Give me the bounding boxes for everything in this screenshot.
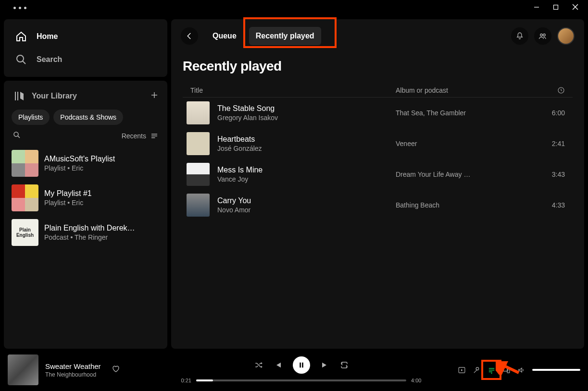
search-icon [13, 131, 21, 139]
track-row[interactable]: The Stable Song Gregory Alan Isakov That… [183, 98, 573, 128]
library-item-name: AMusicSoft's Playlist [44, 155, 115, 163]
track-album: Dream Your Life Away … [396, 171, 540, 178]
heart-icon [112, 365, 120, 373]
next-button[interactable] [321, 361, 329, 369]
mic-icon [473, 366, 481, 374]
svg-point-8 [14, 132, 18, 136]
track-duration: 2:41 [540, 140, 569, 147]
svg-point-14 [543, 34, 546, 37]
profile-avatar[interactable] [557, 27, 575, 45]
track-duration: 4:33 [540, 201, 569, 209]
friends-button[interactable] [534, 27, 551, 45]
column-title: Title [187, 86, 396, 94]
people-icon [538, 32, 547, 40]
volume-slider[interactable] [532, 369, 580, 371]
track-artist: Novo Amor [217, 206, 396, 214]
track-art [187, 163, 210, 186]
track-artist: José González [217, 145, 396, 152]
volume-button[interactable] [517, 366, 525, 374]
now-playing-art[interactable] [8, 354, 38, 385]
nav-search-label: Search [37, 55, 62, 64]
tab-queue[interactable]: Queue [206, 27, 243, 45]
previous-button[interactable] [274, 361, 282, 369]
track-album: Veneer [396, 140, 540, 147]
track-name: Heartbeats [217, 135, 396, 144]
column-duration [540, 86, 569, 94]
maximize-button[interactable] [553, 3, 559, 12]
track-art [187, 194, 210, 217]
playlist-art [12, 150, 38, 177]
table-header: Title Album or podcast [183, 84, 573, 98]
tab-recently-played[interactable]: Recently played [249, 27, 321, 45]
play-pause-button[interactable] [293, 356, 310, 374]
library-search-button[interactable] [13, 131, 21, 141]
progress-bar[interactable] [196, 379, 406, 381]
total-time: 4:00 [411, 378, 421, 383]
svg-rect-17 [302, 363, 303, 368]
shuffle-icon [254, 361, 263, 369]
list-icon [150, 132, 159, 140]
shuffle-button[interactable] [254, 361, 263, 369]
skip-forward-icon [321, 361, 329, 369]
like-button[interactable] [112, 365, 120, 375]
titlebar [0, 0, 588, 15]
svg-rect-1 [554, 5, 558, 10]
elapsed-time: 0:21 [181, 378, 191, 383]
now-playing-artist[interactable]: The Neighbourhood [45, 371, 101, 378]
nav-panel: Home Search [4, 19, 167, 77]
now-playing-view-button[interactable] [458, 366, 466, 374]
track-name: Carry You [217, 196, 396, 205]
devices-icon [502, 366, 511, 374]
sort-recents-button[interactable]: Recents [122, 132, 159, 140]
svg-point-22 [491, 372, 492, 373]
minimize-button[interactable] [534, 3, 539, 12]
track-art [187, 101, 210, 124]
library-item[interactable]: My Playlist #1 Playlist • Eric [8, 181, 163, 215]
nav-search[interactable]: Search [4, 48, 167, 71]
repeat-button[interactable] [340, 361, 349, 369]
nav-home[interactable]: Home [4, 25, 167, 48]
notifications-button[interactable] [511, 27, 528, 45]
library-item-meta: Podcast • The Ringer [44, 233, 135, 241]
home-icon [15, 31, 27, 42]
queue-icon [488, 366, 496, 374]
repeat-icon [340, 361, 349, 369]
volume-icon [517, 366, 525, 374]
track-album: That Sea, The Gambler [396, 109, 540, 117]
track-name: Mess Is Mine [217, 166, 396, 174]
library-item[interactable]: AMusicSoft's Playlist Playlist • Eric [8, 146, 163, 181]
track-row[interactable]: Mess Is Mine Vance Joy Dream Your Life A… [183, 159, 573, 190]
clock-icon [557, 86, 565, 94]
player-bar: Sweater Weather The Neighbourhood [0, 349, 588, 391]
track-row[interactable]: Heartbeats José González Veneer 2:41 [183, 128, 573, 159]
queue-button[interactable] [488, 366, 496, 374]
pause-icon [297, 361, 306, 369]
svg-line-5 [23, 61, 25, 64]
connect-device-button[interactable] [502, 366, 511, 374]
library-panel: Your Library Playlists Podcasts & Shows … [4, 81, 167, 349]
filter-podcasts[interactable]: Podcasts & Shows [53, 110, 123, 125]
library-item-meta: Playlist • Eric [44, 199, 92, 207]
play-square-icon [458, 366, 466, 374]
track-row[interactable]: Carry You Novo Amor Bathing Beach 4:33 [183, 190, 573, 220]
filter-playlists[interactable]: Playlists [12, 110, 50, 125]
chevron-left-icon [185, 32, 194, 40]
podcast-art: PlainEnglish [12, 219, 38, 246]
back-button[interactable] [181, 27, 198, 45]
library-icon [13, 90, 25, 102]
menu-dots[interactable] [6, 7, 26, 9]
library-item-name: My Playlist #1 [44, 189, 92, 198]
now-playing-title[interactable]: Sweater Weather [45, 362, 101, 370]
create-playlist-button[interactable] [150, 91, 159, 101]
lyrics-button[interactable] [473, 366, 481, 374]
library-item[interactable]: PlainEnglish Plain English with Derek… P… [8, 215, 163, 250]
track-name: The Stable Song [217, 104, 396, 113]
bell-icon [515, 32, 524, 40]
library-header[interactable]: Your Library [13, 90, 77, 102]
close-button[interactable] [572, 3, 578, 12]
track-art [187, 132, 210, 155]
svg-line-9 [18, 136, 20, 138]
svg-rect-16 [300, 363, 301, 368]
track-album: Bathing Beach [396, 201, 540, 209]
svg-point-13 [540, 34, 543, 37]
